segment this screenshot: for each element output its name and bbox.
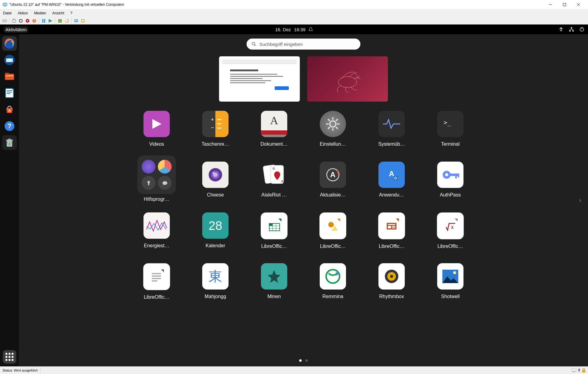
next-page-arrow[interactable]: › <box>579 196 581 204</box>
app-terminal[interactable]: >_ Terminal <box>421 111 480 160</box>
dock-firefox[interactable] <box>2 36 17 51</box>
svg-point-60 <box>330 121 336 127</box>
enhanced-session-icon[interactable] <box>73 18 79 24</box>
svg-point-51 <box>252 42 255 45</box>
svg-marker-104 <box>337 219 340 222</box>
svg-rect-1 <box>3 3 7 6</box>
svg-rect-129 <box>573 372 575 372</box>
app-shotwell[interactable]: Shotwell <box>421 263 480 312</box>
svg-point-72 <box>162 181 167 185</box>
svg-rect-7 <box>2 19 7 22</box>
svg-rect-110 <box>388 226 391 228</box>
svg-line-67 <box>328 127 330 129</box>
dock-files[interactable] <box>2 69 17 84</box>
app-software-updater[interactable]: A Aktualisie… <box>303 162 362 211</box>
app-remmina[interactable]: Remmina <box>303 263 362 312</box>
lock-status-icon <box>582 368 586 372</box>
svg-line-68 <box>336 119 338 121</box>
app-videos[interactable]: Videos <box>127 111 186 160</box>
menu-datei[interactable]: Datei <box>3 11 12 15</box>
workspace-2[interactable] <box>307 56 388 102</box>
menu-medien[interactable]: Medien <box>34 11 46 15</box>
app-calculator[interactable]: +− Taschenre… <box>186 111 245 160</box>
checkpoint-icon[interactable] <box>57 18 63 24</box>
app-document-scanner[interactable]: A Dokument… <box>245 111 303 160</box>
workspace-1[interactable] <box>219 56 300 102</box>
menu-aktion[interactable]: Aktion <box>18 11 28 15</box>
start-icon[interactable] <box>11 18 17 24</box>
svg-rect-20 <box>58 20 62 23</box>
svg-point-105 <box>328 222 334 227</box>
svg-rect-41 <box>7 90 12 91</box>
dock-trash[interactable] <box>2 135 17 150</box>
turnoff-icon[interactable] <box>18 18 24 24</box>
close-button[interactable] <box>571 0 586 9</box>
svg-rect-43 <box>7 93 10 94</box>
activities-button[interactable]: Aktivitäten <box>4 26 28 33</box>
svg-point-127 <box>453 271 456 274</box>
dock-help[interactable]: ? <box>2 119 17 133</box>
system-menu[interactable] <box>559 27 584 32</box>
app-rhythmbox[interactable]: Rhythmbox <box>362 263 421 312</box>
app-libreoffice-calc[interactable]: LibreOffic… <box>245 212 303 261</box>
page-dot-1[interactable] <box>299 359 302 362</box>
svg-marker-115 <box>161 269 164 272</box>
svg-rect-29 <box>571 27 572 28</box>
share-icon[interactable] <box>80 18 86 24</box>
app-power-statistics[interactable]: Energiest… <box>127 212 186 261</box>
resume-icon[interactable] <box>48 18 53 24</box>
svg-rect-57 <box>217 119 221 120</box>
svg-text:A: A <box>8 109 11 112</box>
reset-icon[interactable] <box>32 18 37 24</box>
minimize-button[interactable] <box>543 0 557 9</box>
search-icon <box>251 42 256 47</box>
menu-help[interactable]: ? <box>70 11 73 15</box>
show-applications-button[interactable] <box>3 350 16 364</box>
revert-icon[interactable] <box>64 18 69 24</box>
app-authpass[interactable]: AuthPass <box>421 162 480 211</box>
app-cheese[interactable]: Cheese <box>186 162 245 211</box>
pause-icon[interactable] <box>41 18 47 24</box>
app-libreoffice-startcenter[interactable]: LibreOffic… <box>127 263 186 312</box>
svg-rect-71 <box>148 183 149 185</box>
search-field[interactable]: Suchbegriff eingeben <box>247 39 360 50</box>
svg-text:A: A <box>281 179 284 183</box>
audio-status-icon <box>578 368 581 372</box>
app-software-sources[interactable]: A Anwendu… <box>362 162 421 211</box>
ubuntu-dock: A ? <box>0 34 19 367</box>
svg-rect-37 <box>5 73 9 75</box>
host-status-bar: Status: Wird ausgeführt <box>0 366 588 374</box>
page-indicator[interactable] <box>299 359 308 362</box>
app-mahjongg[interactable]: 東 Mahjongg <box>186 263 245 312</box>
svg-rect-117 <box>152 275 161 277</box>
svg-text:x: x <box>451 224 454 230</box>
svg-rect-2 <box>4 6 6 7</box>
page-dot-2[interactable] <box>305 359 308 362</box>
svg-rect-27 <box>82 20 84 22</box>
svg-line-66 <box>336 127 338 129</box>
app-mines[interactable]: Minen <box>245 263 303 312</box>
clock-area[interactable]: 16. Dez 16:39 <box>275 27 313 32</box>
search-placeholder: Suchbegriff eingeben <box>259 42 303 47</box>
svg-rect-58 <box>217 123 221 124</box>
app-system-monitor[interactable]: Systemüb… <box>362 111 421 160</box>
menu-ansicht[interactable]: Ansicht <box>52 11 64 15</box>
svg-rect-18 <box>44 19 45 23</box>
app-utilities-folder[interactable]: Hilfsprogr… <box>127 162 186 211</box>
svg-marker-54 <box>152 119 162 129</box>
svg-rect-95 <box>455 174 457 178</box>
app-calendar[interactable]: 28 Kalender <box>186 212 245 261</box>
dock-software[interactable]: A <box>2 102 17 117</box>
dock-writer[interactable] <box>2 86 17 100</box>
notification-icon <box>309 27 313 32</box>
ctrl-alt-del-icon[interactable] <box>2 18 7 24</box>
app-libreoffice-math[interactable]: x LibreOffic… <box>421 212 480 261</box>
shutdown-icon[interactable] <box>25 18 30 24</box>
app-libreoffice-impress[interactable]: LibreOffic… <box>362 212 421 261</box>
maximize-button[interactable] <box>557 0 571 9</box>
app-libreoffice-draw[interactable]: LibreOffic… <box>303 212 362 261</box>
svg-line-65 <box>328 119 330 121</box>
app-settings[interactable]: Einstellun… <box>303 111 362 160</box>
dock-thunderbird[interactable] <box>2 53 17 67</box>
app-aisleriot[interactable]: A A AisleRiot … <box>245 162 303 211</box>
